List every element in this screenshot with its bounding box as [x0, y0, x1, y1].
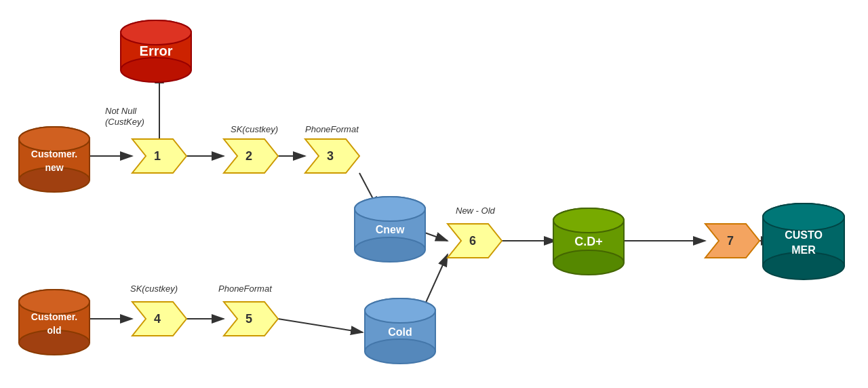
phone-format-top-label: PhoneFormat	[305, 124, 359, 134]
customer-new-label: Customer.	[31, 149, 77, 159]
not-null-label: Not Null	[105, 106, 137, 116]
flow-diagram: Error Customer. new Customer. old Cnew C…	[0, 0, 868, 388]
svg-point-24	[553, 208, 624, 233]
cold-node: Cold	[365, 298, 435, 364]
customer-new-node: Customer. new	[19, 127, 90, 192]
node5: 5	[224, 302, 278, 336]
new-old-label: New - Old	[456, 206, 496, 216]
cdplus-label: C.D+	[574, 235, 603, 248]
customer-old-node: Customer. old	[19, 290, 90, 355]
node7-label: 7	[727, 234, 734, 248]
node1-label: 1	[154, 149, 161, 163]
sk-custkey-top-label: SK(custkey)	[231, 124, 278, 134]
svg-point-19	[365, 339, 435, 364]
error-label: Error	[140, 43, 173, 58]
cust-key-label: (CustKey)	[105, 117, 144, 127]
node2: 2	[224, 139, 278, 173]
svg-point-12	[19, 290, 90, 314]
customer-out-label2: MER	[791, 244, 816, 256]
svg-point-3	[121, 58, 191, 82]
node6-label: 6	[469, 234, 476, 248]
sk-custkey-bot-label: SK(custkey)	[130, 284, 178, 294]
error-node: Error	[121, 20, 191, 82]
svg-point-4	[121, 20, 191, 45]
svg-point-20	[365, 298, 435, 323]
node4: 4	[132, 302, 186, 336]
node1: 1	[132, 139, 186, 173]
node3-label: 3	[327, 149, 334, 163]
cold-label: Cold	[388, 326, 412, 338]
customer-out-node: CUSTO MER	[763, 203, 844, 279]
node5-label: 5	[245, 312, 252, 326]
svg-point-16	[355, 197, 425, 221]
svg-point-23	[553, 250, 624, 275]
node4-label: 4	[154, 312, 161, 326]
svg-point-15	[355, 237, 425, 262]
customer-new-label2: new	[45, 162, 63, 173]
svg-point-8	[19, 127, 90, 151]
cnew-label: Cnew	[376, 224, 405, 235]
diagram: Error Customer. new Customer. old Cnew C…	[0, 0, 868, 388]
phone-format-bot-label: PhoneFormat	[218, 284, 273, 294]
svg-point-28	[763, 203, 844, 231]
svg-point-27	[763, 252, 844, 279]
cnew-node: Cnew	[355, 197, 425, 262]
cdplus-node: C.D+	[553, 208, 624, 275]
node6: 6	[448, 224, 502, 258]
node7: 7	[705, 224, 760, 258]
node2-label: 2	[245, 149, 252, 163]
customer-old-label2: old	[47, 325, 62, 336]
node3: 3	[305, 139, 359, 173]
customer-out-label1: CUSTO	[785, 229, 823, 241]
conn-5-cold	[278, 319, 363, 332]
customer-old-label: Customer.	[31, 311, 77, 322]
